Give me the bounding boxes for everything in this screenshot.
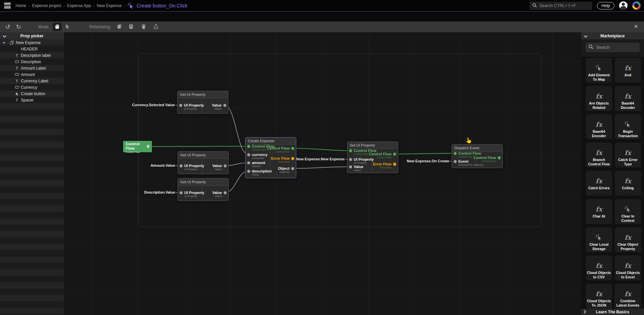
marketplace-item-cloud-objects-to-json[interactable]: fxCloud Objects To JSON [586,284,612,309]
marketplace-item-add-element-to-map[interactable]: Add Element To Map [586,58,612,83]
node-set-ui-property[interactable]: Set UI PropertyControl FlowControl FlowU… [347,142,398,173]
port-labels: Error FlowError Flow [271,156,290,163]
delete-button[interactable] [139,23,148,31]
port-type: UI Property [354,162,374,164]
marketplace-item-char-at[interactable]: fxChar At [586,199,612,224]
port-type: UI Property [184,108,204,110]
sidebar-item-currency[interactable]: Currency [0,84,64,90]
chevron-down-icon[interactable] [3,34,6,39]
marketplace-item-are-objects-related[interactable]: fxAre Objects Related [586,86,612,111]
sidebar-item-description-label[interactable]: TDescription label [0,52,64,58]
port-dot[interactable] [247,161,250,164]
port-dot[interactable] [393,153,396,156]
breadcrumb-item[interactable]: Expense project [32,3,61,8]
node-create-expense[interactable]: Create ExpenseControl FlowControl Flowcu… [245,137,296,178]
marketplace-item-cloud-objects-to-excel[interactable]: fxCloud Objects to Excel [615,255,641,280]
marketplace-item-base64-decoder[interactable]: fxBase64 Decoder [615,86,641,111]
select-mode-button[interactable] [63,23,72,31]
paste-button[interactable] [126,23,135,31]
port-dot[interactable] [180,164,183,167]
marketplace-item-and[interactable]: fxAnd [615,58,641,83]
marketplace-item-label: Clear In Context [615,214,641,223]
port-dot[interactable] [247,145,250,148]
port-dot[interactable] [180,191,183,194]
undo-button[interactable]: ↺ [3,23,12,31]
global-search[interactable] [530,2,592,10]
port-dot[interactable] [454,152,457,155]
port-dot[interactable] [393,163,396,166]
node-subtitle: Control Flow [126,151,149,154]
port-dot[interactable] [223,104,226,107]
marketplace-item-label: Catch Errors [588,186,610,190]
input-port-description: descriptionString [247,169,272,176]
chevron-down-icon[interactable] [584,34,588,39]
wire [292,148,350,151]
output-port-control-flow: Control FlowControl Flow [267,146,294,153]
breadcrumb-item[interactable]: Home [15,3,26,8]
node-control-flow-source[interactable]: Control FlowControl Flow [123,141,152,152]
global-search-input[interactable] [539,3,590,8]
port-dot[interactable] [224,164,227,167]
page-title: Create button_On Click [137,3,188,8]
marketplace-search-input[interactable] [596,45,637,50]
marketplace-item-catch-error-type[interactable]: fxCatch Error Type [615,143,641,167]
sidebar-item-create-button[interactable]: Create button [0,90,64,97]
marketplace-item-clear-local-storage[interactable]: Clear Local Storage [586,227,612,252]
port-dot[interactable] [247,170,250,173]
port-dot[interactable] [349,165,352,168]
marketplace-item-clear-in-context[interactable]: Clear In Context [615,199,641,224]
function-icon: fx [624,284,631,297]
marketplace-item-clear-object-property[interactable]: fxClear Object Property [615,227,641,252]
prop-picker-header: Prop picker [0,32,64,39]
sidebar-item-amount[interactable]: Amount [0,71,64,78]
port-dot[interactable] [291,167,294,170]
port-type: UI Property [184,168,204,171]
text-icon: T [14,53,19,57]
sidebar-item-spacer[interactable]: TSpacer [0,97,64,103]
port-dot[interactable] [454,160,457,163]
port-dot[interactable] [224,191,227,194]
breadcrumb-separator: › [124,4,125,8]
node-get-ui-property-1[interactable]: Get UI PropertyUI PropertyUI PropertyVal… [177,91,228,114]
pan-mode-button[interactable] [53,23,62,31]
node-get-ui-property-2[interactable]: Get UI PropertyUI PropertyUI PropertyVal… [178,151,229,174]
expand-caret-icon[interactable] [3,40,5,45]
port-dot[interactable] [291,157,294,160]
marketplace-search[interactable] [585,43,640,52]
breadcrumb-item[interactable]: New Expense [97,3,122,8]
marketplace-item-base64-encoder[interactable]: fxBase64 Encoder [586,114,612,139]
marketplace-item-catch-errors[interactable]: fxCatch Errors [586,171,612,196]
sidebar-item-currency-label[interactable]: TCurrency Label [0,78,64,84]
port-dot[interactable] [147,145,149,148]
redo-button[interactable]: ↻ [14,23,23,31]
node-get-ui-property-3[interactable]: Get UI PropertyUI PropertyUI PropertyVal… [178,178,229,201]
port-dot[interactable] [349,149,352,152]
export-button[interactable] [151,23,160,31]
sidebar-item-new-expense[interactable]: New Expense [0,39,64,46]
node-dispatch-event[interactable]: Dispatch EventControl FlowControl FlowEv… [452,144,503,168]
sidebar-item-description[interactable]: Description [0,58,64,65]
port-dot[interactable] [349,158,352,161]
output-port-value: ValueObject [212,191,227,198]
marketplace-item-combine-latest-events[interactable]: fxCombine Latest Events [615,284,641,309]
breadcrumb-item[interactable]: Expense App [67,3,91,8]
marketplace-item-ceiling[interactable]: fxCeiling [615,171,641,196]
help-button[interactable]: Help [597,2,614,9]
marketplace-item-begin-transaction[interactable]: Begin Transaction [615,114,641,139]
port-dot[interactable] [179,104,182,107]
port-dot[interactable] [247,153,250,156]
user-avatar[interactable] [619,1,628,10]
app-logo[interactable] [632,1,641,10]
menu-icon[interactable] [4,3,11,8]
sidebar-item-amount-label[interactable]: TAmount Label [0,65,64,71]
port-dot[interactable] [291,147,294,150]
port-labels: currencyCurrencies [252,153,267,160]
sidebar-item-header[interactable]: HEADER [0,46,64,52]
copy-button[interactable] [115,23,124,31]
close-panel-button[interactable]: × [632,23,640,30]
node-graph-canvas[interactable]: Currency.Selected ValueAmount.ValueDescr… [64,32,581,315]
port-dot[interactable] [498,156,501,159]
learn-the-basics-bar[interactable]: Learn The Basics [581,309,644,315]
marketplace-item-branch-control-flow[interactable]: fxBranch Control Flow [586,143,612,167]
marketplace-item-cloud-objects-to-csv[interactable]: fxCloud Objects to CSV [586,255,612,280]
